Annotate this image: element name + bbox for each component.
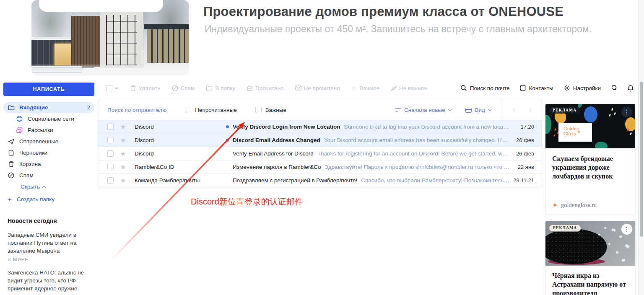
ad-menu-button[interactable]: ⋮ — [621, 224, 632, 235]
sidebar-item-label: Социальные сети — [28, 116, 74, 122]
ad-menu-button[interactable]: ⋮ — [621, 106, 632, 117]
checkbox[interactable] — [255, 107, 262, 113]
sidebar: НАПИСАТЬ Входящие 2 Социальные сети Расс… — [0, 78, 98, 295]
banner-art — [71, 16, 101, 67]
delete-action[interactable]: Удалить — [130, 85, 161, 91]
block-icon — [172, 85, 178, 91]
mark-read-action[interactable]: Прочитано — [247, 85, 284, 91]
spam-action[interactable]: Спам — [172, 85, 195, 91]
action-label: Прочитано — [255, 85, 284, 91]
news-item[interactable]: Западные СМИ увидели в послании Путина о… — [8, 231, 91, 262]
sort-order-dropdown[interactable]: Сначала новые — [395, 107, 451, 113]
ad-site-link[interactable]: goldengloss.ru — [552, 202, 628, 215]
envelope-icon — [295, 85, 301, 91]
ad-art — [545, 115, 551, 134]
ad-card-caviar[interactable]: РЕКЛАМА ⋮ Ч — [545, 221, 636, 295]
layers-icon — [16, 127, 23, 133]
search-label: Поиск по почте — [470, 85, 510, 91]
contacts-button[interactable]: Контакты — [519, 85, 553, 91]
news-item[interactable]: Замгенсека НАТО: альянс не видит угрозы … — [8, 269, 91, 295]
brand-line: Gloss — [564, 131, 592, 136]
mail-snippet: Someone tried to log into your Discord a… — [344, 124, 510, 130]
settings-button[interactable]: Настройки — [564, 85, 601, 91]
mark-not-important-action[interactable]: ☆ Не важное — [391, 85, 427, 91]
star-icon[interactable]: ★ — [120, 123, 128, 131]
mail-row[interactable]: ★ Discord Discord Email Address ChangedY… — [98, 133, 542, 147]
mail-row[interactable]: ★ Команда Рамблер/почты Поздравляем с ре… — [98, 173, 542, 187]
checkbox[interactable] — [106, 85, 112, 91]
mail-subject: Discord Email Address Changed — [233, 137, 320, 143]
banner-art — [144, 24, 189, 29]
notifications-button[interactable] — [627, 85, 634, 92]
hide-folders-link[interactable]: Скрыть — [3, 181, 94, 192]
checkbox[interactable] — [107, 177, 114, 184]
ad-card-goldengloss[interactable]: РЕКЛАМА ⋮ — [545, 104, 636, 215]
ad-art — [584, 106, 597, 122]
sidebar-item-inbox[interactable]: Входящие 2 — [3, 102, 94, 113]
prev-page-button[interactable] — [512, 108, 517, 112]
sidebar-item-trash[interactable]: Корзина — [3, 158, 94, 170]
unread-dot — [226, 139, 229, 142]
checkbox[interactable] — [107, 137, 114, 143]
sidebar-item-sent[interactable]: Отправленные — [3, 136, 94, 147]
mail-toolbar: Удалить Спам В папку Прочитано Не прочит… — [98, 78, 638, 98]
news-category: В МИРЕ — [8, 257, 91, 262]
star-icon[interactable]: ★ — [120, 150, 128, 158]
compose-button[interactable]: НАПИСАТЬ — [3, 83, 94, 96]
mail-snippet: Спасибо, что выбрали Рамблер/почту! Позн… — [361, 177, 510, 184]
sidebar-item-mailings[interactable]: Рассылки — [3, 124, 94, 136]
mail-date: 22 янв — [510, 164, 542, 170]
block-icon — [8, 172, 15, 179]
checkbox[interactable] — [107, 124, 114, 130]
send-icon — [8, 139, 15, 145]
scrollbar-thumb[interactable] — [640, 82, 643, 237]
news-title[interactable]: Замгенсека НАТО: альянс не видит угрозы … — [8, 269, 91, 292]
sidebar-item-spam[interactable]: Спам — [3, 170, 94, 181]
mail-subject: Verify Discord Login from New Location — [233, 124, 340, 130]
chevron-down-icon — [488, 108, 491, 111]
mark-important-action[interactable]: ☆ Важное — [351, 85, 379, 91]
search-mail-button[interactable]: Поиск по почте — [460, 85, 510, 91]
checkbox[interactable] — [107, 164, 114, 170]
star-icon[interactable]: ★ — [120, 177, 128, 184]
banner-art — [39, 0, 163, 12]
sidebar-item-social[interactable]: Социальные сети — [3, 113, 94, 124]
chevron-down-icon — [448, 108, 451, 111]
ad-art — [608, 243, 610, 245]
mail-row[interactable]: ★ Discord Verify Discord Login from New … — [98, 120, 542, 133]
search-by-sender-link[interactable]: Поиск по отправителю — [107, 107, 166, 113]
create-folder-link[interactable]: + Создать папку — [3, 194, 94, 205]
view-icon — [465, 108, 472, 113]
ad-headline[interactable]: Чёрная икра из Астрахани напрямую от про… — [552, 271, 628, 295]
select-all-checkbox[interactable] — [106, 85, 118, 91]
news-header: Новости сегодня — [8, 217, 94, 224]
gear-icon — [564, 85, 570, 91]
move-to-folder-action[interactable]: В папку — [206, 85, 235, 91]
star-icon[interactable]: ★ — [120, 163, 128, 171]
mail-row[interactable]: ★ Discord Verify Email Address for Disco… — [98, 147, 542, 160]
checkbox[interactable] — [107, 150, 114, 157]
mail-subject: Изменение пароля в Rambler&Co — [233, 164, 321, 170]
banner-title[interactable]: Проектирование домов премиум класса от O… — [203, 4, 564, 19]
next-page-button[interactable] — [527, 108, 531, 112]
ad-headline[interactable]: Скупаем брендовые украшения дороже ломба… — [552, 154, 628, 181]
banner-house-image[interactable] — [31, 0, 189, 75]
settings-label: Настройки — [573, 85, 601, 91]
checkbox[interactable] — [185, 107, 191, 113]
star-icon[interactable]: ★ — [120, 137, 128, 144]
view-dropdown[interactable]: Вид — [465, 107, 491, 113]
action-label: Важное — [359, 85, 379, 91]
news-title[interactable]: Западные СМИ увидели в послании Путина о… — [8, 231, 91, 255]
ad-art — [616, 251, 619, 254]
filter-important-checkbox[interactable]: Важные — [255, 107, 286, 113]
ad-art — [595, 142, 608, 148]
tips-button[interactable] — [611, 85, 617, 92]
filter-unread-checkbox[interactable]: Непрочитанные — [185, 107, 237, 113]
sidebar-item-drafts[interactable]: Черновики — [3, 147, 94, 158]
mail-subject: Verify Email Address for Discord — [233, 150, 314, 157]
top-ad-banner: Проектирование домов премиум класса от O… — [0, 0, 644, 78]
mail-row[interactable]: ★ Rambler&Co ID Изменение пароля в Rambl… — [98, 160, 542, 173]
mark-unread-action[interactable]: Не прочитано — [295, 85, 340, 91]
sort-icon — [395, 108, 401, 112]
page-scrollbar[interactable] — [638, 0, 644, 295]
